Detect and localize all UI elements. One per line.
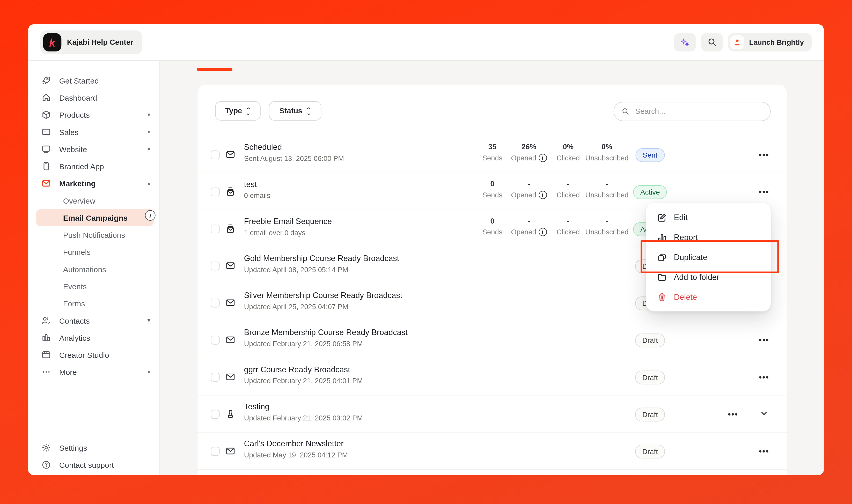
- campaign-subtitle: Updated February 21, 2025 04:01 PM: [244, 377, 363, 385]
- email-icon: [226, 298, 235, 307]
- sidebar: Get Started Dashboard Products ▾: [28, 61, 160, 475]
- sidebar-item-products[interactable]: Products ▾: [28, 106, 159, 123]
- menu-item-add-to-folder[interactable]: Add to folder: [646, 267, 771, 287]
- campaign-title: Silver Membership Course Ready Broadcast: [244, 291, 403, 300]
- row-actions-button[interactable]: •••: [756, 149, 773, 160]
- launch-brightly-label: Launch Brightly: [749, 38, 804, 46]
- table-row[interactable]: Carl's December Newsletter Updated May 1…: [197, 433, 787, 470]
- assistant-button[interactable]: [674, 33, 696, 52]
- unsubscribed-stat: 0% Unsubscribed: [585, 143, 628, 162]
- sidebar-item-dashboard[interactable]: Dashboard: [28, 89, 159, 106]
- row-actions-button[interactable]: •••: [756, 335, 773, 345]
- sidebar-item-sales[interactable]: Sales ▾: [28, 123, 159, 141]
- search-input[interactable]: [634, 107, 762, 116]
- launch-brightly-button[interactable]: Launch Brightly: [728, 33, 812, 52]
- row-checkbox[interactable]: [211, 373, 219, 382]
- status-badge: Active: [633, 185, 667, 199]
- sidebar-item-branded-app[interactable]: Branded App: [28, 158, 159, 175]
- bar-chart-icon: [41, 333, 51, 342]
- folder-icon: [657, 272, 667, 282]
- unsubscribed-stat: - Unsubscribed: [585, 180, 628, 199]
- menu-item-edit[interactable]: Edit: [646, 208, 771, 228]
- duplicate-icon: [657, 253, 667, 262]
- table-row[interactable]: ggrr Course Ready Broadcast Updated Febr…: [197, 358, 787, 395]
- sidebar-item-analytics[interactable]: Analytics: [28, 329, 159, 346]
- status-filter-dropdown[interactable]: Status ⌃⌃: [269, 101, 321, 121]
- table-row[interactable]: Scheduled Sent August 13, 2025 06:00 PM …: [197, 136, 787, 173]
- row-checkbox[interactable]: [211, 447, 219, 456]
- sidebar-item-contacts[interactable]: Contacts ▾: [28, 312, 159, 329]
- campaign-title: Carl's December Newsletter: [244, 439, 348, 448]
- envelope-icon: [41, 179, 51, 188]
- campaign-title: Testing: [244, 402, 363, 411]
- unsubscribed-stat: - Unsubscribed: [585, 217, 628, 236]
- filters-bar: Type ⌃⌃ Status ⌃⌃: [197, 85, 787, 136]
- clicked-stat: - Clicked: [557, 217, 580, 236]
- row-checkbox[interactable]: [211, 262, 219, 270]
- sidebar-item-events[interactable]: Events: [28, 277, 159, 295]
- campaign-subtitle: Sent August 13, 2025 06:00 PM: [244, 154, 344, 162]
- sidebar-item-email-campaigns[interactable]: Email Campaigns i: [36, 209, 154, 226]
- status-badge: Draft: [635, 445, 665, 458]
- row-checkbox[interactable]: [211, 150, 219, 159]
- table-row[interactable]: Testing Updated February 21, 2025 03:02 …: [197, 395, 787, 432]
- sidebar-item-website[interactable]: Website ▾: [28, 141, 159, 158]
- campaign-subtitle: Updated May 19, 2025 04:12 PM: [244, 451, 348, 459]
- sidebar-item-forms[interactable]: Forms: [28, 295, 159, 312]
- sidebar-item-more[interactable]: More ▾: [28, 363, 159, 380]
- row-actions-button[interactable]: •••: [725, 409, 742, 419]
- sidebar-item-push-notifications[interactable]: Push Notifications: [28, 226, 159, 243]
- chevron-down-icon: ▾: [147, 111, 150, 119]
- campaign-title: Gold Membership Course Ready Broadcast: [244, 254, 400, 263]
- sidebar-footer: Settings Contact support: [28, 439, 159, 473]
- gear-icon: [41, 443, 51, 452]
- status-badge: Draft: [635, 334, 665, 347]
- credit-card-icon: [41, 127, 51, 137]
- row-checkbox[interactable]: [211, 410, 219, 419]
- info-icon[interactable]: i: [538, 228, 547, 236]
- sidebar-item-marketing[interactable]: Marketing ▴: [28, 175, 159, 192]
- email-sequence-icon: [226, 187, 235, 196]
- campaign-subtitle: Updated April 25, 2025 04:07 PM: [244, 303, 403, 311]
- menu-item-duplicate[interactable]: Duplicate: [646, 247, 771, 267]
- clicked-stat: - Clicked: [557, 180, 580, 199]
- sidebar-item-contact-support[interactable]: Contact support: [28, 456, 159, 473]
- sparkles-icon: [680, 37, 690, 47]
- app-title: Kajabi Help Center: [67, 38, 134, 46]
- row-actions-button[interactable]: •••: [756, 186, 773, 197]
- sends-stat: 0 Sends: [482, 217, 503, 236]
- sidebar-item-creator-studio[interactable]: Creator Studio: [28, 346, 159, 363]
- chevron-down-icon: ▾: [147, 128, 150, 136]
- search-icon: [707, 37, 717, 47]
- row-actions-button[interactable]: •••: [756, 372, 773, 382]
- sidebar-item-settings[interactable]: Settings: [28, 439, 159, 456]
- sidebar-item-overview[interactable]: Overview: [28, 192, 159, 209]
- search-field[interactable]: [614, 102, 771, 121]
- app-brand[interactable]: k Kajabi Help Center: [40, 31, 142, 54]
- sidebar-item-get-started[interactable]: Get Started: [28, 72, 159, 89]
- info-icon[interactable]: i: [145, 210, 156, 221]
- menu-item-delete[interactable]: Delete: [646, 287, 771, 307]
- sidebar-item-automations[interactable]: Automations: [28, 260, 159, 277]
- email-icon: [226, 372, 235, 382]
- search-button[interactable]: [701, 33, 723, 52]
- email-icon: [226, 150, 235, 159]
- expand-chevron-icon[interactable]: [760, 409, 768, 418]
- menu-item-report[interactable]: Report: [646, 228, 771, 247]
- table-row[interactable]: Bronze Membership Course Ready Broadcast…: [197, 321, 787, 358]
- sidebar-item-funnels[interactable]: Funnels: [28, 244, 159, 260]
- campaign-title: Freebie Email Sequence: [244, 217, 332, 226]
- type-filter-dropdown[interactable]: Type ⌃⌃: [215, 101, 261, 121]
- info-icon[interactable]: i: [538, 154, 547, 162]
- campaign-subtitle: Updated February 21, 2025 06:58 PM: [244, 340, 408, 348]
- row-checkbox[interactable]: [211, 187, 219, 196]
- chevron-down-icon: ▾: [147, 368, 150, 376]
- opened-stat: - Openedi: [511, 217, 547, 236]
- row-checkbox[interactable]: [211, 299, 219, 307]
- search-icon: [622, 107, 629, 116]
- row-actions-button[interactable]: •••: [756, 446, 773, 456]
- row-checkbox[interactable]: [211, 224, 219, 233]
- info-icon[interactable]: i: [538, 191, 547, 199]
- row-checkbox[interactable]: [211, 336, 219, 345]
- campaign-subtitle: 0 emails: [244, 192, 270, 200]
